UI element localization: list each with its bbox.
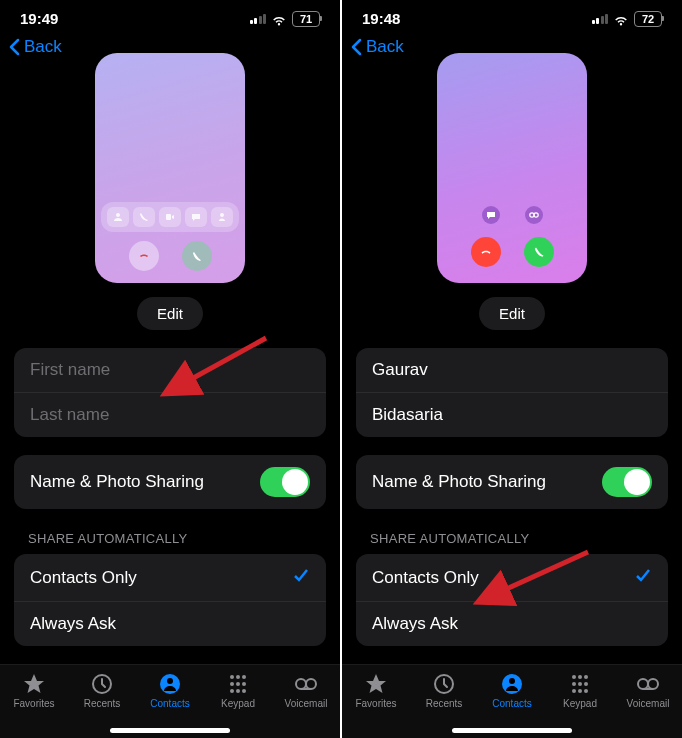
svg-point-26 bbox=[584, 675, 588, 679]
svg-point-23 bbox=[509, 678, 515, 684]
chevron-left-icon bbox=[8, 38, 20, 56]
checkmark-icon bbox=[634, 566, 652, 589]
svg-point-32 bbox=[584, 689, 588, 693]
wifi-icon bbox=[613, 13, 629, 25]
tab-favorites[interactable]: Favorites bbox=[342, 665, 410, 738]
clock: 19:49 bbox=[20, 10, 58, 27]
poster-small-icons bbox=[443, 206, 581, 224]
svg-point-24 bbox=[572, 675, 576, 679]
first-name-field[interactable]: First name bbox=[14, 348, 326, 392]
first-name-placeholder: First name bbox=[30, 360, 110, 380]
svg-point-5 bbox=[167, 678, 173, 684]
sharing-toggle[interactable] bbox=[260, 467, 310, 497]
svg-point-6 bbox=[230, 675, 234, 679]
first-name-value: Gaurav bbox=[372, 360, 428, 380]
svg-rect-1 bbox=[166, 214, 171, 220]
message-pill-icon bbox=[185, 207, 207, 227]
svg-point-0 bbox=[116, 213, 120, 217]
last-name-field[interactable]: Last name bbox=[14, 392, 326, 437]
svg-point-12 bbox=[230, 689, 234, 693]
voicemail-small-icon bbox=[525, 206, 543, 224]
option-contacts-only[interactable]: Contacts Only bbox=[14, 554, 326, 601]
sharing-row: Name & Photo Sharing bbox=[356, 455, 668, 509]
star-icon bbox=[364, 673, 388, 695]
option-always-ask[interactable]: Always Ask bbox=[14, 601, 326, 646]
last-name-placeholder: Last name bbox=[30, 405, 109, 425]
contacts-icon bbox=[158, 673, 182, 695]
svg-point-8 bbox=[242, 675, 246, 679]
poster-action-bar bbox=[101, 202, 239, 232]
poster-preview bbox=[0, 53, 340, 283]
svg-point-29 bbox=[584, 682, 588, 686]
poster-preview bbox=[342, 53, 682, 283]
share-auto-label: SHARE AUTOMATICALLY bbox=[342, 509, 682, 554]
first-name-field[interactable]: Gaurav bbox=[356, 348, 668, 392]
status-bar: 19:49 71 bbox=[0, 0, 340, 33]
option-contacts-label: Contacts Only bbox=[372, 568, 479, 588]
svg-point-9 bbox=[230, 682, 234, 686]
phone-screenshot-left: 19:49 71 Back bbox=[0, 0, 340, 738]
accept-button bbox=[524, 237, 554, 267]
tab-favorites[interactable]: Favorites bbox=[0, 665, 68, 738]
keypad-icon bbox=[568, 673, 592, 695]
status-indicators: 72 bbox=[592, 11, 663, 27]
svg-point-28 bbox=[578, 682, 582, 686]
contact-poster-card bbox=[95, 53, 245, 283]
decline-button bbox=[471, 237, 501, 267]
back-label: Back bbox=[366, 37, 404, 57]
svg-point-11 bbox=[242, 682, 246, 686]
share-auto-label: SHARE AUTOMATICALLY bbox=[0, 509, 340, 554]
sharing-toggle-group: Name & Photo Sharing bbox=[356, 455, 668, 509]
tab-bar: Favorites Recents Contacts Keypad Voicem… bbox=[0, 664, 340, 738]
svg-point-13 bbox=[236, 689, 240, 693]
more-pill-icon bbox=[211, 207, 233, 227]
tab-voicemail[interactable]: Voicemail bbox=[614, 665, 682, 738]
clock: 19:48 bbox=[362, 10, 400, 27]
contacts-icon bbox=[500, 673, 524, 695]
svg-point-16 bbox=[306, 679, 316, 689]
tab-bar: Favorites Recents Contacts Keypad Voicem… bbox=[342, 664, 682, 738]
tab-voicemail[interactable]: Voicemail bbox=[272, 665, 340, 738]
home-indicator[interactable] bbox=[452, 728, 572, 733]
battery-indicator: 72 bbox=[634, 11, 662, 27]
share-options-group: Contacts Only Always Ask bbox=[14, 554, 326, 646]
option-contacts-label: Contacts Only bbox=[30, 568, 137, 588]
edit-button[interactable]: Edit bbox=[479, 297, 545, 330]
status-bar: 19:48 72 bbox=[342, 0, 682, 33]
sharing-label: Name & Photo Sharing bbox=[372, 472, 546, 492]
svg-point-10 bbox=[236, 682, 240, 686]
cellular-icon bbox=[250, 14, 267, 24]
call-buttons bbox=[443, 234, 581, 277]
svg-point-15 bbox=[296, 679, 306, 689]
sharing-label: Name & Photo Sharing bbox=[30, 472, 204, 492]
svg-point-27 bbox=[572, 682, 576, 686]
back-label: Back bbox=[24, 37, 62, 57]
option-contacts-only[interactable]: Contacts Only bbox=[356, 554, 668, 601]
edit-button[interactable]: Edit bbox=[137, 297, 203, 330]
phone-pill-icon bbox=[133, 207, 155, 227]
keypad-icon bbox=[226, 673, 250, 695]
phone-screenshot-right: 19:48 72 Back Edit bbox=[342, 0, 682, 738]
checkmark-icon bbox=[292, 566, 310, 589]
last-name-value: Bidasaria bbox=[372, 405, 443, 425]
decline-button-ghost bbox=[129, 241, 159, 271]
star-icon bbox=[22, 673, 46, 695]
sharing-toggle[interactable] bbox=[602, 467, 652, 497]
option-always-ask[interactable]: Always Ask bbox=[356, 601, 668, 646]
status-indicators: 71 bbox=[250, 11, 321, 27]
svg-point-14 bbox=[242, 689, 246, 693]
voicemail-icon bbox=[636, 673, 660, 695]
option-always-label: Always Ask bbox=[30, 614, 116, 634]
name-fields-group: Gaurav Bidasaria bbox=[356, 348, 668, 437]
cellular-icon bbox=[592, 14, 609, 24]
svg-point-33 bbox=[638, 679, 648, 689]
accept-button-ghost bbox=[182, 241, 212, 271]
name-fields-group: First name Last name bbox=[14, 348, 326, 437]
sharing-row: Name & Photo Sharing bbox=[14, 455, 326, 509]
sharing-toggle-group: Name & Photo Sharing bbox=[14, 455, 326, 509]
message-small-icon bbox=[482, 206, 500, 224]
svg-point-31 bbox=[578, 689, 582, 693]
wifi-icon bbox=[271, 13, 287, 25]
last-name-field[interactable]: Bidasaria bbox=[356, 392, 668, 437]
home-indicator[interactable] bbox=[110, 728, 230, 733]
